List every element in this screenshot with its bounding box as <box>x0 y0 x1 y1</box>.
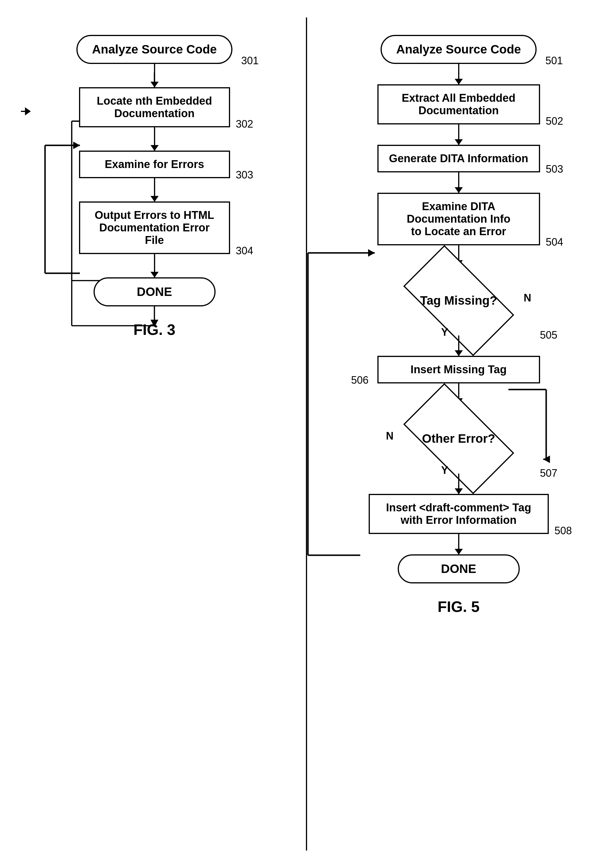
arrow-302-303 <box>154 127 155 150</box>
num-501: 501 <box>545 55 563 67</box>
node-502-wrap: Extract All Embedded Documentation 502 <box>378 84 540 124</box>
node-done-3: DONE <box>94 277 215 306</box>
num-504: 504 <box>546 236 563 248</box>
node-501-wrap: Analyze Source Code 501 <box>381 35 537 64</box>
node-done-3-wrap: DONE <box>94 277 215 306</box>
node-504: Examine DITA Documentation Info to Locat… <box>378 193 540 245</box>
fig5-label: FIG. 5 <box>438 598 479 615</box>
node-302-wrap: Locate nth Embedded Documentation 302 <box>79 87 230 127</box>
n505-y-label: Y <box>441 326 448 338</box>
node-301: Analyze Source Code <box>76 35 232 64</box>
node-304: Output Errors to HTML Documentation Erro… <box>79 202 230 254</box>
node-505-text: Tag Missing? <box>420 294 497 308</box>
node-done-5-wrap: DONE <box>398 554 520 583</box>
num-304: 304 <box>235 245 253 257</box>
num-508: 508 <box>554 525 572 537</box>
node-303-wrap: Examine for Errors 303 <box>79 150 230 178</box>
num-303: 303 <box>235 169 253 181</box>
arrow-501-502 <box>458 64 459 84</box>
n507-n-label: N <box>386 430 394 442</box>
num-301: 301 <box>241 55 259 67</box>
node-502: Extract All Embedded Documentation <box>378 84 540 124</box>
num-506: 506 <box>351 374 369 386</box>
num-505: 505 <box>540 329 557 341</box>
node-501: Analyze Source Code <box>381 35 537 64</box>
fig3-diagram: Analyze Source Code 301 Locate nth Embed… <box>12 17 297 851</box>
arrow-502-503 <box>458 124 459 145</box>
fig5-diagram: Analyze Source Code 501 Extract All Embe… <box>316 17 601 851</box>
num-507: 507 <box>540 467 557 479</box>
num-302: 302 <box>235 118 253 130</box>
center-divider <box>306 17 307 851</box>
node-505-wrap: Tag Missing? Y N 505 <box>395 266 523 335</box>
n507-y-label: Y <box>441 464 448 476</box>
arrow-303-304 <box>154 178 155 202</box>
node-303: Examine for Errors <box>79 150 230 178</box>
node-503: Generate DITA Information <box>378 145 540 172</box>
arrow-508-done <box>458 534 459 554</box>
node-503-wrap: Generate DITA Information 503 <box>378 145 540 172</box>
num-503: 503 <box>546 163 563 175</box>
node-504-wrap: Examine DITA Documentation Info to Locat… <box>378 193 540 245</box>
n505-n-label: N <box>524 292 531 304</box>
arrow-503-504 <box>458 172 459 193</box>
node-506-wrap: Insert Missing Tag 506 <box>378 356 540 383</box>
node-304-wrap: Output Errors to HTML Documentation Erro… <box>79 202 230 254</box>
node-506: Insert Missing Tag <box>378 356 540 383</box>
node-508-wrap: Insert <draft-comment> Tag with Error In… <box>369 494 549 534</box>
arrow-304-done <box>154 254 155 277</box>
node-302: Locate nth Embedded Documentation <box>79 87 230 127</box>
arrow-505-506 <box>458 335 459 356</box>
node-done-5: DONE <box>398 554 520 583</box>
node-508: Insert <draft-comment> Tag with Error In… <box>369 494 549 534</box>
page: Analyze Source Code 301 Locate nth Embed… <box>0 0 613 868</box>
num-502: 502 <box>546 115 563 127</box>
node-507-text: Other Error? <box>422 432 495 446</box>
arrow-507-508 <box>458 474 459 494</box>
node-301-wrap: Analyze Source Code 301 <box>76 35 232 64</box>
node-507-wrap: Other Error? N Y 507 <box>395 404 523 474</box>
fig3-label: FIG. 3 <box>133 321 175 338</box>
arrow-301-302 <box>154 64 155 87</box>
